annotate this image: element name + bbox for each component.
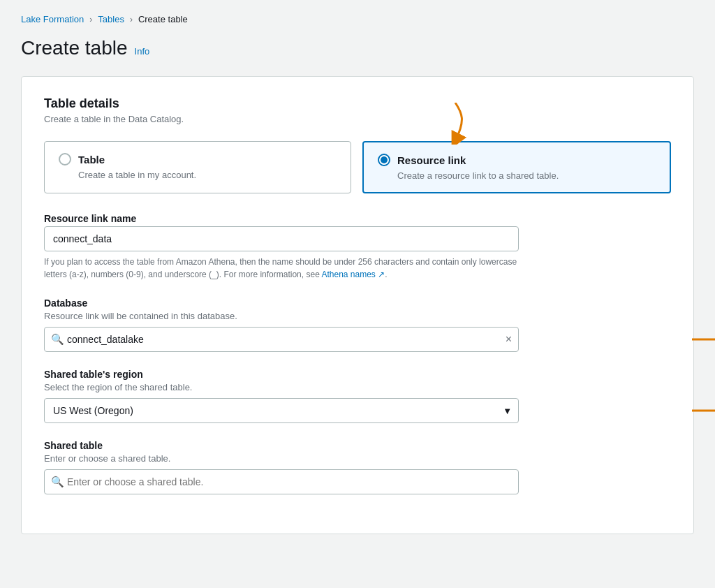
- create-table-card: Table details Create a table in the Data…: [21, 76, 694, 534]
- type-option-resource-link-subtitle: Create a resource link to a shared table…: [397, 170, 656, 181]
- shared-table-search-input[interactable]: [44, 469, 519, 494]
- radio-table[interactable]: [59, 153, 71, 166]
- resource-link-name-helper: If you plan to access the table from Ama…: [44, 256, 519, 281]
- region-select[interactable]: US East (N. Virginia) US East (Ohio) US …: [44, 398, 519, 423]
- breadcrumb-lake-formation[interactable]: Lake Formation: [21, 14, 84, 24]
- type-option-table-header: Table: [59, 153, 337, 166]
- shared-table-region-section: Shared table's region Select the region …: [44, 369, 671, 423]
- info-link[interactable]: Info: [135, 46, 150, 57]
- shared-table-label: Shared table: [44, 440, 671, 451]
- database-clear-button[interactable]: ×: [506, 334, 512, 345]
- type-option-resource-link-header: Resource link: [378, 154, 656, 166]
- radio-resource-link[interactable]: [378, 154, 390, 166]
- type-options-row: Table Create a table in my account. Reso…: [44, 141, 671, 193]
- type-option-resource-link[interactable]: Resource link Create a resource link to …: [362, 141, 671, 193]
- region-select-wrapper: US East (N. Virginia) US East (Ohio) US …: [44, 398, 671, 423]
- resource-link-name-section: Resource link name If you plan to access…: [44, 213, 671, 281]
- database-search-wrapper: 🔍 ×: [44, 327, 519, 352]
- shared-table-region-label: Shared table's region: [44, 369, 671, 380]
- shared-table-search-icon: 🔍: [51, 476, 64, 488]
- database-label: Database: [44, 297, 671, 309]
- database-search-icon: 🔍: [51, 333, 64, 346]
- breadcrumb-tables[interactable]: Tables: [98, 14, 124, 24]
- breadcrumb-separator-1: ›: [89, 15, 92, 24]
- breadcrumb-separator-2: ›: [130, 15, 133, 24]
- right-arrow-db-annotation: [692, 331, 715, 348]
- section-desc: Create a table in the Data Catalog.: [44, 114, 671, 124]
- right-arrow-region-annotation: [692, 402, 715, 419]
- page-title: Create table: [21, 37, 128, 59]
- resource-link-name-input[interactable]: [44, 226, 519, 251]
- radio-resource-link-dot: [381, 156, 388, 163]
- database-desc: Resource link will be contained in this …: [44, 311, 671, 321]
- type-option-table-title: Table: [78, 154, 105, 166]
- region-select-container: US East (N. Virginia) US East (Ohio) US …: [44, 398, 519, 423]
- type-option-table[interactable]: Table Create a table in my account.: [44, 141, 351, 193]
- section-title: Table details: [44, 96, 671, 111]
- shared-table-region-desc: Select the region of the shared table.: [44, 382, 671, 392]
- database-input-wrapper: 🔍 ×: [44, 327, 671, 352]
- database-search-input[interactable]: [44, 327, 519, 352]
- type-option-table-subtitle: Create a table in my account.: [78, 170, 337, 180]
- page-title-row: Create table Info: [21, 37, 694, 59]
- athena-names-link[interactable]: Athena names ↗: [321, 270, 385, 279]
- type-option-resource-link-title: Resource link: [397, 154, 466, 166]
- shared-table-section: Shared table Enter or choose a shared ta…: [44, 440, 671, 494]
- shared-table-search-wrapper: 🔍: [44, 469, 519, 494]
- database-section: Database Resource link will be contained…: [44, 297, 671, 352]
- breadcrumb: Lake Formation › Tables › Create table: [21, 14, 694, 24]
- resource-link-name-label: Resource link name: [44, 213, 671, 224]
- shared-table-desc: Enter or choose a shared table.: [44, 453, 671, 464]
- breadcrumb-current: Create table: [138, 14, 188, 24]
